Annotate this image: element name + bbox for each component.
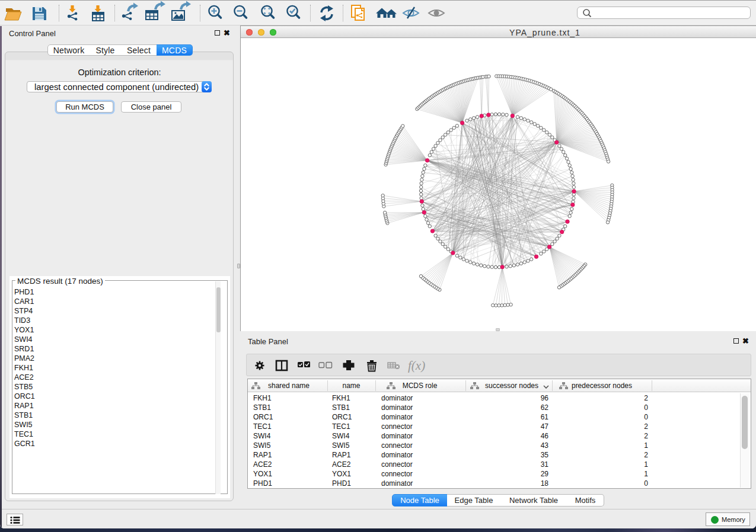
svg-text:f(x): f(x) bbox=[408, 358, 425, 373]
